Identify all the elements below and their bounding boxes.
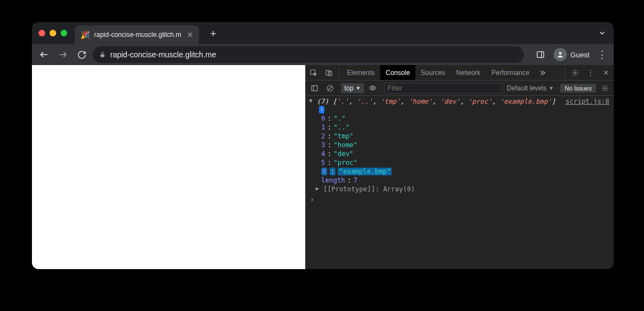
url-text: rapid-concise-muscle.glitch.me xyxy=(110,50,216,59)
new-tab-button[interactable]: ＋ xyxy=(205,25,221,41)
traffic-lights xyxy=(39,30,67,36)
array-entry-row: 2: "tmp" xyxy=(306,132,614,141)
reload-button[interactable] xyxy=(74,47,89,62)
chevron-down-icon: ▼ xyxy=(549,85,554,91)
source-link[interactable]: script.js:8 xyxy=(566,98,609,105)
entry-value: "proc" xyxy=(333,159,357,167)
context-label: top xyxy=(344,84,354,92)
array-entry-row: 3: "home" xyxy=(306,141,614,149)
entry-value: "." xyxy=(333,115,345,122)
length-value: 7 xyxy=(354,176,358,184)
devtools-settings-icon[interactable] xyxy=(567,65,583,80)
svg-point-9 xyxy=(574,72,576,74)
entry-value: "dev" xyxy=(333,150,353,158)
entry-value: "example.bmp" xyxy=(338,168,392,175)
array-entry-row: 4: "dev" xyxy=(306,149,614,158)
side-panel-icon[interactable] xyxy=(533,47,548,62)
tab-close-icon[interactable]: ✕ xyxy=(186,30,194,39)
tab-console[interactable]: Console xyxy=(380,65,415,80)
entry-index: 0 xyxy=(321,115,325,122)
avatar-icon xyxy=(554,48,567,61)
entry-value: "home" xyxy=(333,141,357,149)
entry-index: 5 xyxy=(321,159,325,167)
content-area: Elements Console Sources Network Perform… xyxy=(32,65,614,269)
titlebar: 🎉 rapid-concise-muscle.glitch.m ✕ ＋ xyxy=(32,22,614,44)
minimize-window-button[interactable] xyxy=(50,30,56,36)
console-toolbar: top ▼ Default levels ▼ No Issues xyxy=(306,81,614,96)
browser-window: 🎉 rapid-concise-muscle.glitch.m ✕ ＋ rapi… xyxy=(32,22,614,269)
context-selector[interactable]: top ▼ xyxy=(341,83,364,93)
clear-console-icon[interactable] xyxy=(323,84,337,92)
length-key: length xyxy=(321,176,345,184)
levels-label: Default levels xyxy=(507,84,546,92)
svg-rect-3 xyxy=(537,52,544,58)
info-badge-icon[interactable]: i xyxy=(319,106,324,114)
entry-index: 3 xyxy=(321,141,325,149)
array-entry-row: 1: ".." xyxy=(306,123,614,132)
entry-index: 2 xyxy=(321,132,325,140)
page-viewport xyxy=(32,65,305,269)
tab-elements[interactable]: Elements xyxy=(342,65,380,80)
console-prompt[interactable] xyxy=(306,194,614,206)
console-output: (7) ['.', '..', 'tmp', 'home', 'dev', 'p… xyxy=(306,96,614,269)
lock-icon xyxy=(99,51,106,58)
array-entry-row: 6: "example.bmp" xyxy=(306,167,614,176)
console-settings-icon[interactable] xyxy=(598,84,611,92)
profile-button[interactable]: Guest xyxy=(554,48,589,61)
prototype-key: [[Prototype]] xyxy=(323,185,375,193)
live-expression-icon[interactable] xyxy=(366,84,380,92)
tab-sources[interactable]: Sources xyxy=(415,65,451,80)
forward-button[interactable] xyxy=(55,47,71,62)
entry-index: 4 xyxy=(321,150,325,158)
toolbar-right: Guest ⋮ xyxy=(533,47,609,62)
devtools-menu-icon[interactable]: ⋮ xyxy=(583,65,598,80)
entry-index: 6 xyxy=(321,168,327,175)
profile-label: Guest xyxy=(570,51,589,59)
address-bar[interactable]: rapid-concise-muscle.glitch.me xyxy=(93,46,524,63)
svg-point-14 xyxy=(372,87,374,89)
chevron-down-icon: ▼ xyxy=(356,85,361,91)
issues-chip[interactable]: No Issues xyxy=(560,84,596,93)
devtools-panel: Elements Console Sources Network Perform… xyxy=(305,65,614,269)
expand-arrow-icon[interactable] xyxy=(309,98,315,104)
tab-performance[interactable]: Performance xyxy=(486,65,535,80)
prototype-value: Array(0) xyxy=(383,185,415,193)
expand-arrow-icon[interactable] xyxy=(316,185,321,191)
window-menu-chevron-icon[interactable] xyxy=(598,29,606,37)
browser-menu-button[interactable]: ⋮ xyxy=(595,49,609,61)
svg-point-5 xyxy=(559,52,562,55)
prototype-row[interactable]: [[Prototype]]: Array(0) xyxy=(306,185,614,194)
svg-rect-2 xyxy=(101,55,105,57)
array-entry-row: 5: "proc" xyxy=(306,158,614,167)
console-log-row: (7) ['.', '..', 'tmp', 'home', 'dev', 'p… xyxy=(306,97,614,114)
log-levels-selector[interactable]: Default levels ▼ xyxy=(505,84,556,92)
console-sidebar-icon[interactable] xyxy=(308,84,321,92)
array-entry-row: 0: "." xyxy=(306,114,614,123)
close-window-button[interactable] xyxy=(39,30,45,36)
entry-value: ".." xyxy=(333,124,349,131)
more-tabs-icon[interactable] xyxy=(535,65,550,80)
svg-line-13 xyxy=(328,86,332,90)
browser-tab[interactable]: 🎉 rapid-concise-muscle.glitch.m ✕ xyxy=(75,25,199,44)
device-toolbar-icon[interactable] xyxy=(321,65,337,80)
entry-index: 1 xyxy=(321,124,325,131)
array-length-row: length: 7 xyxy=(306,176,614,185)
svg-point-15 xyxy=(604,87,606,89)
favicon-icon: 🎉 xyxy=(80,30,90,39)
tab-network[interactable]: Network xyxy=(451,65,486,80)
devtools-close-icon[interactable]: ✕ xyxy=(598,65,614,80)
entry-value: "tmp" xyxy=(333,132,353,140)
tab-title: rapid-concise-muscle.glitch.m xyxy=(94,31,181,39)
array-summary[interactable]: (7) ['.', '..', 'tmp', 'home', 'dev', 'p… xyxy=(317,98,564,114)
back-button[interactable] xyxy=(36,47,52,62)
maximize-window-button[interactable] xyxy=(61,30,67,36)
inspect-element-icon[interactable] xyxy=(306,65,321,80)
toolbar: rapid-concise-muscle.glitch.me Guest ⋮ xyxy=(32,44,614,65)
devtools-tabbar: Elements Console Sources Network Perform… xyxy=(306,65,614,81)
filter-input[interactable] xyxy=(384,83,503,94)
svg-rect-10 xyxy=(312,85,318,90)
